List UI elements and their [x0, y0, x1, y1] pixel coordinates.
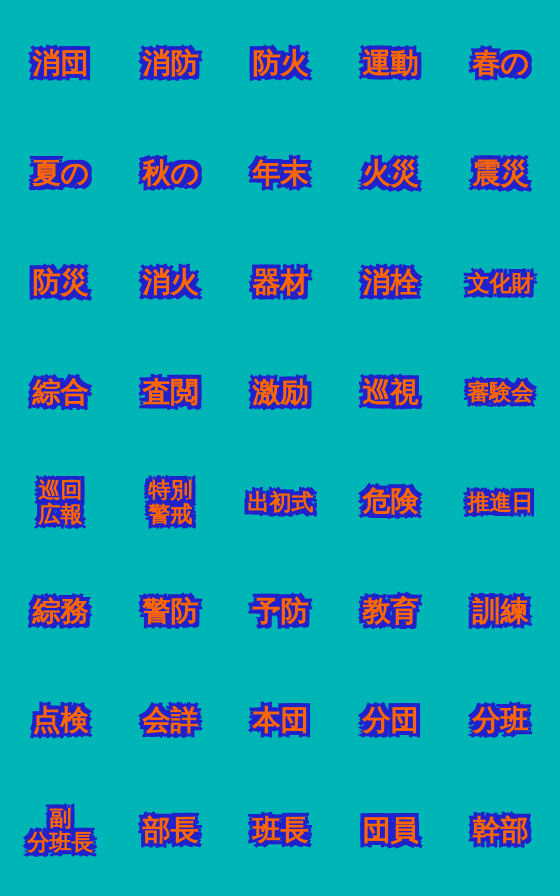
- kanji-item-row1-2[interactable]: 消防: [115, 10, 225, 120]
- kanji-label-row3-4: 消栓: [362, 268, 418, 299]
- kanji-item-row3-2[interactable]: 消火: [115, 229, 225, 339]
- kanji-item-row4-3[interactable]: 激励: [225, 339, 335, 449]
- kanji-item-row2-2[interactable]: 秋の: [115, 120, 225, 230]
- kanji-item-row6-3[interactable]: 予防: [225, 558, 335, 668]
- kanji-label-row2-3: 年末: [252, 159, 308, 190]
- kanji-item-row5-2[interactable]: 特別警戒: [115, 448, 225, 558]
- kanji-item-row1-1[interactable]: 消団: [5, 10, 115, 120]
- kanji-item-row4-2[interactable]: 査閲: [115, 339, 225, 449]
- kanji-item-row7-3[interactable]: 本団: [225, 667, 335, 777]
- kanji-item-row2-4[interactable]: 火災: [335, 120, 445, 230]
- kanji-item-row6-1[interactable]: 綜務: [5, 558, 115, 668]
- kanji-label-row8-4: 団員: [362, 816, 418, 847]
- kanji-label-row5-3: 出初式: [247, 491, 313, 515]
- kanji-label-row8-5: 幹部: [472, 816, 528, 847]
- kanji-item-row1-3[interactable]: 防火: [225, 10, 335, 120]
- kanji-item-row5-1[interactable]: 巡回広報: [5, 448, 115, 558]
- kanji-label-row6-1: 綜務: [32, 597, 88, 628]
- kanji-item-row7-4[interactable]: 分団: [335, 667, 445, 777]
- kanji-label-row5-4: 危険: [362, 487, 418, 518]
- kanji-label-row1-4: 運動: [362, 49, 418, 80]
- kanji-item-row5-3[interactable]: 出初式: [225, 448, 335, 558]
- kanji-label-row4-3: 激励: [252, 378, 308, 409]
- kanji-item-row1-4[interactable]: 運動: [335, 10, 445, 120]
- kanji-item-row2-5[interactable]: 震災: [445, 120, 555, 230]
- kanji-item-row8-4[interactable]: 団員: [335, 777, 445, 887]
- kanji-label-row1-5: 春の: [472, 49, 529, 80]
- kanji-item-row8-1[interactable]: 副分班長: [5, 777, 115, 887]
- kanji-label-row3-5: 文化財: [467, 272, 533, 296]
- kanji-item-row4-4[interactable]: 巡視: [335, 339, 445, 449]
- kanji-label-row7-4: 分団: [362, 706, 418, 737]
- kanji-item-row4-5[interactable]: 審験会: [445, 339, 555, 449]
- kanji-label-row2-4: 火災: [362, 159, 418, 190]
- kanji-label-row7-3: 本団: [252, 706, 308, 737]
- emoji-grid: 消団消防防火運動春の夏の秋の年末火災震災防災消火器材消栓文化財綜合査閲激励巡視審…: [0, 0, 560, 896]
- kanji-label-row8-3: 班長: [252, 816, 308, 847]
- kanji-label-row7-2: 会詳: [142, 706, 198, 737]
- kanji-label-row4-1: 綜合: [32, 378, 88, 409]
- kanji-label-row1-2: 消防: [142, 49, 198, 80]
- kanji-item-row5-4[interactable]: 危険: [335, 448, 445, 558]
- kanji-label-row7-5: 分班: [472, 706, 528, 737]
- kanji-item-row2-3[interactable]: 年末: [225, 120, 335, 230]
- kanji-item-row8-3[interactable]: 班長: [225, 777, 335, 887]
- kanji-item-row5-5[interactable]: 推進日: [445, 448, 555, 558]
- kanji-item-row8-2[interactable]: 部長: [115, 777, 225, 887]
- kanji-label-row6-4: 教育: [362, 597, 418, 628]
- kanji-item-row3-4[interactable]: 消栓: [335, 229, 445, 339]
- kanji-item-row7-5[interactable]: 分班: [445, 667, 555, 777]
- kanji-label-row3-3: 器材: [252, 268, 308, 299]
- kanji-label-row7-1: 点検: [32, 706, 88, 737]
- kanji-label-row5-5: 推進日: [467, 491, 533, 515]
- kanji-label-row5-2: 特別警戒: [148, 479, 192, 527]
- kanji-label-row6-5: 訓練: [472, 597, 528, 628]
- kanji-item-row6-4[interactable]: 教育: [335, 558, 445, 668]
- kanji-item-row7-2[interactable]: 会詳: [115, 667, 225, 777]
- kanji-label-row1-3: 防火: [252, 49, 308, 80]
- kanji-item-row3-3[interactable]: 器材: [225, 229, 335, 339]
- kanji-label-row1-1: 消団: [32, 49, 88, 80]
- kanji-label-row2-5: 震災: [472, 159, 528, 190]
- kanji-item-row3-1[interactable]: 防災: [5, 229, 115, 339]
- kanji-label-row4-5: 審験会: [467, 381, 533, 405]
- kanji-item-row4-1[interactable]: 綜合: [5, 339, 115, 449]
- kanji-label-row3-1: 防災: [32, 268, 88, 299]
- kanji-item-row6-5[interactable]: 訓練: [445, 558, 555, 668]
- kanji-label-row8-1: 副分班長: [27, 807, 93, 855]
- kanji-label-row6-3: 予防: [252, 597, 308, 628]
- kanji-item-row2-1[interactable]: 夏の: [5, 120, 115, 230]
- kanji-item-row1-5[interactable]: 春の: [445, 10, 555, 120]
- kanji-item-row6-2[interactable]: 警防: [115, 558, 225, 668]
- kanji-item-row7-1[interactable]: 点検: [5, 667, 115, 777]
- kanji-label-row4-4: 巡視: [362, 378, 418, 409]
- kanji-label-row3-2: 消火: [142, 268, 198, 299]
- kanji-item-row3-5[interactable]: 文化財: [445, 229, 555, 339]
- kanji-label-row8-2: 部長: [142, 816, 198, 847]
- kanji-label-row4-2: 査閲: [142, 378, 198, 409]
- kanji-item-row8-5[interactable]: 幹部: [445, 777, 555, 887]
- kanji-label-row6-2: 警防: [142, 597, 198, 628]
- kanji-label-row2-2: 秋の: [142, 159, 199, 190]
- kanji-label-row2-1: 夏の: [32, 159, 89, 190]
- kanji-label-row5-1: 巡回広報: [38, 479, 82, 527]
